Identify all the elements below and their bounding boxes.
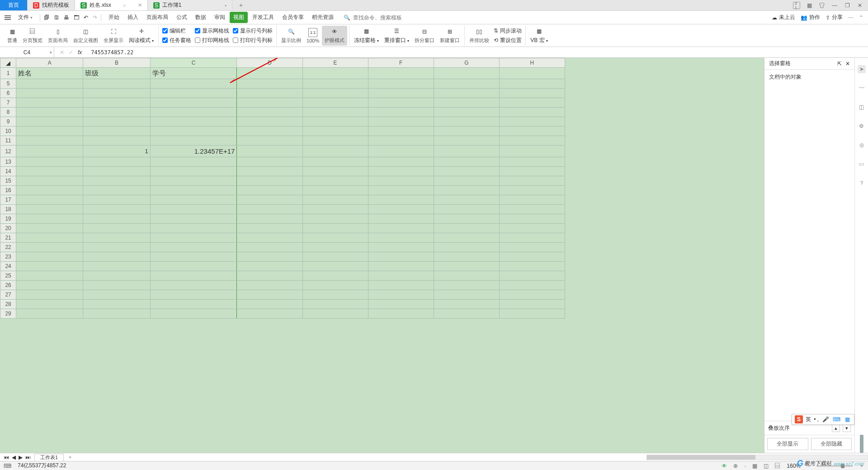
col-header-g[interactable]: G	[434, 58, 499, 68]
tab-daoke-template[interactable]: D 找稻壳模板	[28, 0, 75, 10]
restore-icon[interactable]: ❐	[844, 2, 851, 9]
row-header[interactable]: 22	[0, 243, 16, 252]
collaborate-button[interactable]: 👥协作	[801, 14, 820, 21]
cell[interactable]: 1.23457E+17	[150, 146, 237, 157]
sheet-prev-icon[interactable]: ◀	[12, 454, 16, 461]
undo-icon[interactable]: ↶	[84, 14, 88, 21]
tab-xingming-xlsx[interactable]: S 姓名.xlsx ○ ✕	[75, 0, 148, 10]
print-icon[interactable]: 🖶	[64, 14, 69, 21]
view-pagebreak[interactable]: ⿳分页预览	[20, 26, 45, 46]
col-header-e[interactable]: E	[302, 58, 368, 68]
chk-headings[interactable]: 显示行号列标	[231, 27, 274, 35]
accept-icon[interactable]: ✓	[69, 49, 73, 56]
col-header-h[interactable]: H	[499, 58, 565, 68]
menu-view[interactable]: 视图	[230, 12, 248, 23]
col-header-a[interactable]: A	[16, 58, 83, 68]
eye-mode-icon[interactable]: 👁	[722, 463, 727, 469]
view-fullscreen[interactable]: ⛶全屏显示	[101, 26, 126, 46]
view-normal-icon[interactable]: ▦	[752, 463, 757, 469]
sheet-tab-1[interactable]: 工作表1	[34, 454, 64, 461]
chk-printgrid[interactable]: 打印网格线	[193, 36, 231, 45]
fx-icon[interactable]: fx	[78, 49, 82, 56]
menu-devtools[interactable]: 开发工具	[249, 12, 278, 23]
sheet-first-icon[interactable]: ⏮	[4, 454, 9, 461]
row-header[interactable]: 28	[0, 300, 16, 309]
row-header[interactable]: 12	[0, 146, 16, 157]
save-icon[interactable]: 🗐	[44, 14, 49, 21]
layout-icon[interactable]: ◫	[858, 103, 866, 111]
formula-input[interactable]	[87, 49, 868, 56]
menu-vip[interactable]: 会员专享	[278, 12, 307, 23]
row-header[interactable]: 13	[0, 157, 16, 167]
close-icon[interactable]: ✕	[138, 2, 142, 8]
view-normal[interactable]: ▦普通	[5, 26, 20, 46]
view-break-icon[interactable]: ⿳	[775, 463, 780, 469]
cloud-status[interactable]: ☁未上云	[772, 14, 795, 21]
chk-editbar[interactable]: 编辑栏	[160, 27, 193, 35]
row-header[interactable]: 5	[0, 79, 16, 89]
cell[interactable]	[499, 68, 565, 79]
arrange-windows[interactable]: ☰重排窗口 ▾	[382, 26, 412, 46]
row-header[interactable]: 8	[0, 108, 16, 117]
row-header[interactable]: 11	[0, 136, 16, 146]
new-window[interactable]: ⊞新建窗口	[437, 26, 462, 46]
row-header[interactable]: 19	[0, 214, 16, 224]
cell[interactable]: 1	[83, 146, 150, 157]
sheet-next-icon[interactable]: ▶	[19, 454, 23, 461]
compare-side[interactable]: ▯▯并排比较	[467, 26, 492, 46]
name-box-input[interactable]	[7, 49, 47, 56]
hamburger-icon[interactable]	[5, 15, 11, 20]
search-input[interactable]	[353, 14, 403, 21]
row-header[interactable]: 9	[0, 117, 16, 127]
serial-icon[interactable]: 2 1	[793, 2, 800, 9]
ime-mic-icon[interactable]: 🎤	[821, 415, 830, 423]
input-mode-icon[interactable]: ⌨	[4, 463, 11, 469]
move-down-button[interactable]: ▾	[843, 424, 851, 432]
cell[interactable]: 班级	[83, 68, 150, 79]
row-header[interactable]: 24	[0, 262, 16, 271]
view-custom[interactable]: ◫自定义视图	[71, 26, 101, 46]
eye-protect-mode[interactable]: 👁护眼模式	[322, 26, 347, 46]
row-header[interactable]: 16	[0, 186, 16, 195]
skin-icon[interactable]	[818, 2, 826, 9]
share-button[interactable]: ⇪分享	[826, 14, 843, 21]
row-header[interactable]: 10	[0, 127, 16, 136]
menu-pagelayout[interactable]: 页面布局	[143, 12, 172, 23]
row-header[interactable]: 18	[0, 205, 16, 214]
name-box[interactable]: ▾	[0, 47, 54, 57]
close-window-icon[interactable]: ✕	[856, 2, 863, 9]
zoom-100[interactable]: 1:1100%	[304, 26, 322, 46]
pointer-icon[interactable]: ➤	[858, 65, 866, 73]
hide-all-button[interactable]: 全部隐藏	[811, 438, 852, 450]
save-as-icon[interactable]: 🖻	[54, 14, 59, 21]
tab-workbook1[interactable]: S 工作簿1 •	[148, 0, 233, 10]
row-header[interactable]: 7	[0, 98, 16, 108]
view-readmode[interactable]: ✛阅读模式 ▾	[126, 26, 156, 46]
row-header[interactable]: 14	[0, 167, 16, 176]
vb-macro[interactable]: ▦VB 宏 ▾	[528, 26, 550, 46]
row-header[interactable]: 23	[0, 252, 16, 262]
redo-icon[interactable]: ↷	[93, 14, 97, 21]
ime-bar[interactable]: S 英 • , 🎤 ⌨ ▦	[792, 414, 854, 425]
row-header[interactable]: 20	[0, 224, 16, 233]
row-header[interactable]: 17	[0, 195, 16, 205]
ime-keyboard-icon[interactable]: ⌨	[832, 415, 840, 423]
view-pagelayout[interactable]: ▯页面布局	[45, 26, 71, 46]
book-icon[interactable]: ▭	[858, 160, 866, 168]
split-window[interactable]: ⊟拆分窗口	[412, 26, 437, 46]
row-header[interactable]: 29	[0, 309, 16, 319]
tab-home[interactable]: 首页	[0, 0, 28, 10]
tab-unsaved-icon[interactable]: •	[225, 3, 226, 8]
select-all-corner[interactable]: ◢	[0, 58, 16, 68]
row-header[interactable]: 26	[0, 281, 16, 290]
chk-printheadings[interactable]: 打印行号列标	[231, 36, 274, 45]
show-all-button[interactable]: 全部显示	[767, 438, 808, 450]
close-panel-icon[interactable]: ✕	[845, 61, 850, 67]
menu-data[interactable]: 数据	[192, 12, 210, 23]
cell[interactable]	[368, 68, 434, 79]
command-search[interactable]: 🔍	[344, 14, 403, 21]
print-preview-icon[interactable]: 🗔	[74, 14, 79, 21]
zoom-out-icon[interactable]: ·	[744, 462, 746, 470]
menu-insert[interactable]: 插入	[124, 12, 142, 23]
col-header-b[interactable]: B	[83, 58, 150, 68]
